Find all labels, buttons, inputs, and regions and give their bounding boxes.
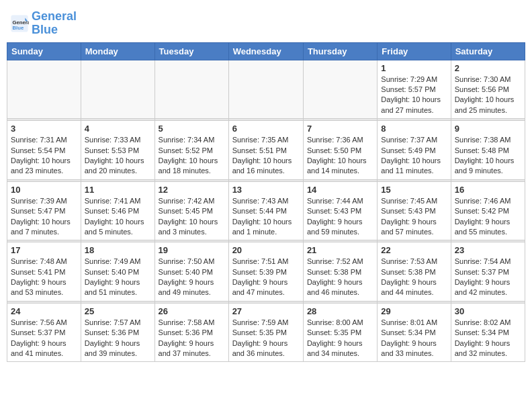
day-info: Sunrise: 7:36 AM Sunset: 5:50 PM Dayligh…: [307, 135, 373, 177]
day-number: 19: [159, 245, 225, 255]
day-number: 28: [307, 306, 373, 316]
day-info: Sunrise: 7:49 AM Sunset: 5:40 PM Dayligh…: [85, 257, 151, 298]
day-number: 30: [455, 306, 521, 316]
day-number: 8: [381, 124, 447, 134]
calendar-cell: 22Sunrise: 7:53 AM Sunset: 5:38 PM Dayli…: [378, 242, 451, 302]
calendar-cell: 30Sunrise: 8:02 AM Sunset: 5:34 PM Dayli…: [451, 303, 525, 362]
logo: General Blue GeneralBlue: [10, 10, 77, 37]
calendar-cell: 20Sunrise: 7:51 AM Sunset: 5:39 PM Dayli…: [228, 242, 303, 302]
calendar-cell: 21Sunrise: 7:52 AM Sunset: 5:38 PM Dayli…: [303, 242, 377, 302]
day-number: 25: [85, 306, 151, 316]
calendar-week-row: 3Sunrise: 7:31 AM Sunset: 5:54 PM Daylig…: [7, 121, 525, 180]
col-header-thursday: Thursday: [303, 42, 377, 60]
day-number: 15: [381, 185, 447, 195]
day-info: Sunrise: 8:00 AM Sunset: 5:35 PM Dayligh…: [307, 318, 373, 359]
day-info: Sunrise: 7:38 AM Sunset: 5:48 PM Dayligh…: [455, 135, 521, 177]
day-number: 12: [159, 185, 225, 195]
calendar-week-row: 10Sunrise: 7:39 AM Sunset: 5:47 PM Dayli…: [7, 181, 525, 240]
day-info: Sunrise: 8:01 AM Sunset: 5:34 PM Dayligh…: [381, 318, 447, 359]
day-number: 16: [455, 185, 521, 195]
day-info: Sunrise: 7:34 AM Sunset: 5:52 PM Dayligh…: [159, 135, 225, 177]
day-info: Sunrise: 7:29 AM Sunset: 5:57 PM Dayligh…: [381, 75, 447, 116]
calendar-cell: 9Sunrise: 7:38 AM Sunset: 5:48 PM Daylig…: [451, 121, 525, 180]
calendar-cell: [228, 60, 303, 119]
calendar-cell: 18Sunrise: 7:49 AM Sunset: 5:40 PM Dayli…: [81, 242, 154, 302]
logo-text: GeneralBlue: [32, 10, 77, 37]
calendar-cell: 5Sunrise: 7:34 AM Sunset: 5:52 PM Daylig…: [154, 121, 228, 180]
day-info: Sunrise: 7:46 AM Sunset: 5:42 PM Dayligh…: [455, 196, 521, 238]
calendar-week-row: 17Sunrise: 7:48 AM Sunset: 5:41 PM Dayli…: [7, 242, 525, 302]
day-number: 4: [85, 124, 151, 134]
day-number: 23: [455, 245, 521, 255]
col-header-tuesday: Tuesday: [154, 42, 228, 60]
day-info: Sunrise: 7:31 AM Sunset: 5:54 PM Dayligh…: [11, 135, 77, 177]
calendar-cell: 16Sunrise: 7:46 AM Sunset: 5:42 PM Dayli…: [451, 181, 525, 240]
day-info: Sunrise: 7:52 AM Sunset: 5:38 PM Dayligh…: [307, 257, 373, 298]
calendar-cell: 15Sunrise: 7:45 AM Sunset: 5:43 PM Dayli…: [378, 181, 451, 240]
day-number: 29: [381, 306, 447, 316]
col-header-friday: Friday: [378, 42, 451, 60]
day-number: 2: [455, 63, 521, 73]
calendar-cell: 11Sunrise: 7:41 AM Sunset: 5:46 PM Dayli…: [81, 181, 154, 240]
calendar-cell: 23Sunrise: 7:54 AM Sunset: 5:37 PM Dayli…: [451, 242, 525, 302]
day-info: Sunrise: 7:51 AM Sunset: 5:39 PM Dayligh…: [232, 257, 300, 298]
calendar-header-row: SundayMondayTuesdayWednesdayThursdayFrid…: [7, 42, 525, 60]
day-number: 14: [307, 185, 373, 195]
day-info: Sunrise: 7:44 AM Sunset: 5:43 PM Dayligh…: [307, 196, 373, 238]
day-info: Sunrise: 8:02 AM Sunset: 5:34 PM Dayligh…: [455, 318, 521, 359]
day-number: 7: [307, 124, 373, 134]
calendar-cell: 24Sunrise: 7:56 AM Sunset: 5:37 PM Dayli…: [7, 303, 81, 362]
col-header-sunday: Sunday: [7, 42, 81, 60]
day-info: Sunrise: 7:39 AM Sunset: 5:47 PM Dayligh…: [11, 196, 77, 238]
page-header: General Blue GeneralBlue: [7, 7, 525, 37]
calendar-cell: 7Sunrise: 7:36 AM Sunset: 5:50 PM Daylig…: [303, 121, 377, 180]
calendar-table: SundayMondayTuesdayWednesdayThursdayFrid…: [7, 42, 525, 363]
day-number: 26: [159, 306, 225, 316]
svg-text:Blue: Blue: [13, 25, 24, 31]
day-info: Sunrise: 7:48 AM Sunset: 5:41 PM Dayligh…: [11, 257, 77, 298]
calendar-cell: 6Sunrise: 7:35 AM Sunset: 5:51 PM Daylig…: [228, 121, 303, 180]
day-number: 18: [85, 245, 151, 255]
calendar-cell: 12Sunrise: 7:42 AM Sunset: 5:45 PM Dayli…: [154, 181, 228, 240]
logo-icon: General Blue: [10, 14, 29, 33]
day-info: Sunrise: 7:53 AM Sunset: 5:38 PM Dayligh…: [381, 257, 447, 298]
day-number: 3: [11, 124, 77, 134]
day-info: Sunrise: 7:41 AM Sunset: 5:46 PM Dayligh…: [85, 196, 151, 238]
day-info: Sunrise: 7:43 AM Sunset: 5:44 PM Dayligh…: [232, 196, 300, 238]
day-number: 27: [232, 306, 300, 316]
col-header-monday: Monday: [81, 42, 154, 60]
day-info: Sunrise: 7:30 AM Sunset: 5:56 PM Dayligh…: [455, 75, 521, 116]
calendar-cell: 17Sunrise: 7:48 AM Sunset: 5:41 PM Dayli…: [7, 242, 81, 302]
day-number: 21: [307, 245, 373, 255]
calendar-cell: 28Sunrise: 8:00 AM Sunset: 5:35 PM Dayli…: [303, 303, 377, 362]
calendar-cell: 10Sunrise: 7:39 AM Sunset: 5:47 PM Dayli…: [7, 181, 81, 240]
calendar-cell: 13Sunrise: 7:43 AM Sunset: 5:44 PM Dayli…: [228, 181, 303, 240]
day-number: 17: [11, 245, 77, 255]
calendar-cell: 25Sunrise: 7:57 AM Sunset: 5:36 PM Dayli…: [81, 303, 154, 362]
day-number: 13: [232, 185, 300, 195]
calendar-cell: [7, 60, 81, 119]
day-info: Sunrise: 7:59 AM Sunset: 5:35 PM Dayligh…: [232, 318, 300, 359]
day-info: Sunrise: 7:33 AM Sunset: 5:53 PM Dayligh…: [85, 135, 151, 177]
day-number: 20: [232, 245, 300, 255]
day-number: 10: [11, 185, 77, 195]
day-info: Sunrise: 7:37 AM Sunset: 5:49 PM Dayligh…: [381, 135, 447, 177]
calendar-cell: 1Sunrise: 7:29 AM Sunset: 5:57 PM Daylig…: [378, 60, 451, 119]
day-number: 22: [381, 245, 447, 255]
calendar-cell: 14Sunrise: 7:44 AM Sunset: 5:43 PM Dayli…: [303, 181, 377, 240]
day-number: 6: [232, 124, 300, 134]
day-info: Sunrise: 7:35 AM Sunset: 5:51 PM Dayligh…: [232, 135, 300, 177]
day-number: 1: [381, 63, 447, 73]
day-info: Sunrise: 7:42 AM Sunset: 5:45 PM Dayligh…: [159, 196, 225, 238]
calendar-week-row: 1Sunrise: 7:29 AM Sunset: 5:57 PM Daylig…: [7, 60, 525, 119]
calendar-cell: [303, 60, 377, 119]
calendar-cell: [154, 60, 228, 119]
day-info: Sunrise: 7:50 AM Sunset: 5:40 PM Dayligh…: [159, 257, 225, 298]
calendar-cell: 3Sunrise: 7:31 AM Sunset: 5:54 PM Daylig…: [7, 121, 81, 180]
day-info: Sunrise: 7:54 AM Sunset: 5:37 PM Dayligh…: [455, 257, 521, 298]
day-number: 11: [85, 185, 151, 195]
calendar-cell: 26Sunrise: 7:58 AM Sunset: 5:36 PM Dayli…: [154, 303, 228, 362]
day-info: Sunrise: 7:57 AM Sunset: 5:36 PM Dayligh…: [85, 318, 151, 359]
col-header-wednesday: Wednesday: [228, 42, 303, 60]
day-number: 24: [11, 306, 77, 316]
